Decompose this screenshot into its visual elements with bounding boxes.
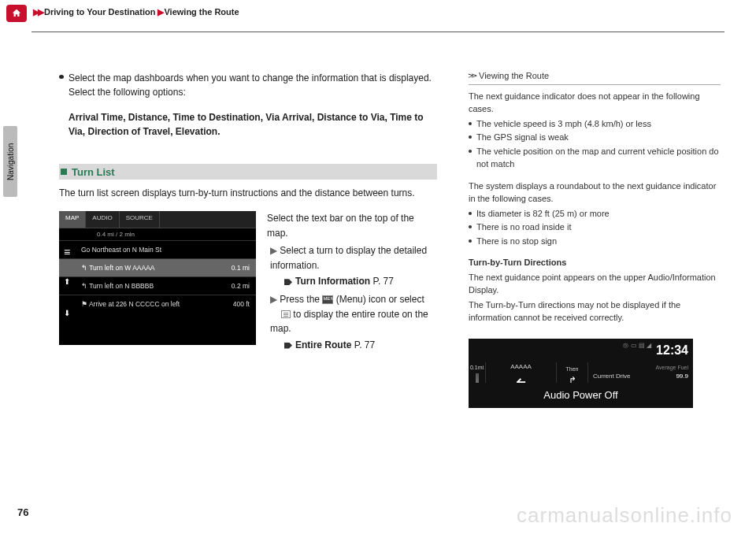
chevron-icon: ▶▶ — [33, 7, 43, 17]
watermark: carmanualsonline.info — [517, 503, 732, 528]
list-item: The vehicle position on the map and curr… — [469, 145, 721, 171]
breadcrumb: ▶▶Driving to Your Destination ▶Viewing t… — [33, 7, 239, 17]
triangle-icon: ▶ — [270, 292, 277, 307]
list-item: The GPS signal is weak — [469, 131, 721, 144]
home-button[interactable] — [6, 5, 27, 22]
page-ref: P. 77 — [372, 276, 393, 287]
options-list: Arrival Time, Distance, Time to Destinat… — [69, 110, 437, 139]
divider — [32, 32, 724, 32]
instruction-text: Select a turn to display the detailed in… — [270, 245, 427, 271]
section-heading: Turn List — [59, 164, 437, 180]
hamburger-icon — [281, 310, 291, 318]
scroll-arrows: ⬆⬇ — [64, 274, 70, 321]
note-text: The system displays a roundabout to the … — [469, 180, 721, 206]
list-item: Its diameter is 82 ft (25 m) or more — [469, 207, 721, 221]
instruction-text: Select the text bar on the top of the ma… — [267, 211, 437, 240]
page-number: 76 — [17, 506, 28, 518]
sidebar-title: Viewing the Route — [479, 69, 549, 83]
turn-row: ⚑ Arrive at 226 N CCCCC on left400 ft — [59, 295, 256, 313]
status-icons: ◎ ▭ ▤ ◢ — [623, 341, 651, 360]
instruction-text: (Menu) icon or select — [333, 294, 424, 305]
home-icon — [11, 8, 22, 19]
hamburger-icon: ≡ — [64, 246, 70, 258]
clock: 12:34 — [656, 341, 688, 360]
ss-tab-map: MAP — [59, 211, 86, 228]
ss-distance: 0.4 mi / 2 min — [59, 228, 256, 240]
turn-list-screenshot: MAP AUDIO SOURCE 0.4 mi / 2 min ≡ ⬆⬇ Go … — [59, 211, 256, 345]
chevron-icon: ▶ — [158, 7, 162, 17]
list-item: There is no stop sign — [469, 235, 721, 248]
triangle-icon: ▶ — [270, 243, 277, 258]
note-text: The Turn-by-Turn directions may not be d… — [469, 299, 721, 324]
current-drive-label: Current Drive — [593, 372, 631, 381]
link-text: Turn Information — [295, 276, 370, 287]
destination-name: AAAAA — [510, 362, 532, 372]
ss-tab-audio: AUDIO — [86, 211, 119, 228]
section-tab-navigation: Navigation — [3, 126, 17, 197]
instruction-text: to display the entire route on the map. — [270, 309, 428, 335]
triangle-icon: ≫ — [468, 71, 477, 82]
section-description: The turn list screen displays turn-by-tu… — [59, 186, 437, 200]
turn-row: ↰ Turn left on W AAAAA0.1 mi — [59, 258, 256, 276]
breadcrumb-b: Viewing the Route — [164, 7, 239, 17]
distance-label: 0.1mi — [470, 364, 484, 373]
current-drive-value: 99.9 — [676, 372, 688, 381]
subheading: Turn-by-Turn Directions — [469, 258, 566, 267]
avg-fuel-label: Average Fuel — [593, 364, 688, 373]
square-icon — [61, 169, 67, 175]
list-item: The vehicle speed is 3 mph (4.8 km/h) or… — [469, 117, 721, 131]
link-arrow-icon — [284, 279, 292, 285]
breadcrumb-a: Driving to Your Destination — [44, 7, 155, 17]
menu-icon: MENU — [322, 295, 333, 304]
then-label: Then — [566, 366, 579, 372]
turn-row: Go Northeast on N Main St — [59, 240, 256, 258]
note-text: The next guidance point appears on the u… — [469, 271, 721, 297]
bullet-icon — [59, 75, 64, 79]
audio-status: Audio Power Off — [469, 383, 693, 408]
turn-row: ↰ Turn left on N BBBBB0.2 mi — [59, 276, 256, 295]
link-text: Entire Route — [295, 339, 351, 350]
section-title: Turn List — [72, 166, 115, 178]
list-item: There is no road inside it — [469, 221, 721, 234]
note-text: The next guidance indicator does not app… — [469, 90, 721, 116]
page-ref: P. 77 — [354, 339, 375, 350]
ss-tab-source: SOURCE — [120, 211, 160, 228]
link-arrow-icon — [284, 343, 292, 349]
instruction-text: Press the — [280, 294, 322, 305]
bullet-text: Select the map dashboards when you want … — [69, 71, 437, 99]
display-screenshot: ◎ ▭ ▤ ◢ 12:34 0.1mi AAAAA ↰ Then ↱ Avera… — [469, 339, 693, 402]
sidebar-heading: ≫ Viewing the Route — [469, 69, 721, 85]
